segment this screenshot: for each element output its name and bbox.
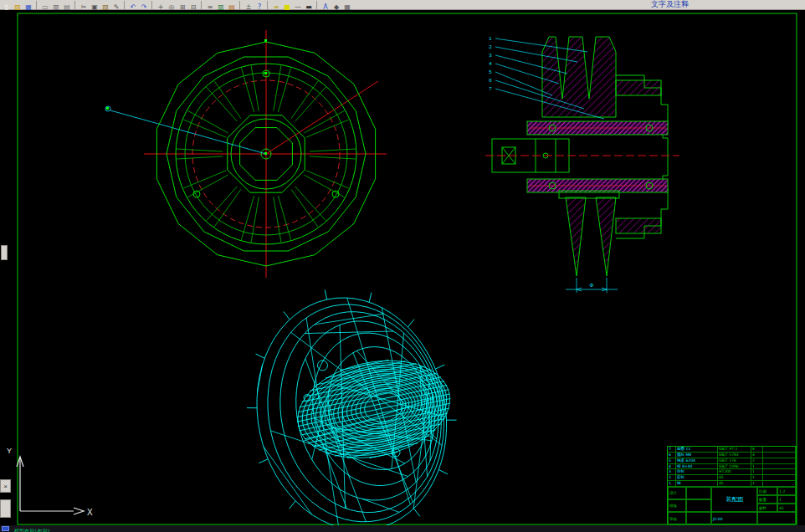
properties-icon[interactable]: ≡ (205, 3, 215, 12)
parts-list-cell: GB/T 276 (718, 458, 751, 464)
cut-icon[interactable]: ✂ (79, 3, 89, 12)
parts-list-cell: 2 (751, 458, 763, 464)
undo-icon[interactable]: ↶ (128, 3, 138, 12)
front-view-drawing (105, 30, 387, 278)
title-block-cell-scale_label: 比例 (757, 487, 777, 495)
toolbar-separator (74, 1, 77, 9)
linetype-icon[interactable]: — (293, 3, 303, 12)
parts-list-cell: 3 (668, 469, 676, 475)
parts-list-cell (763, 469, 796, 475)
parts-list-cell: 2 (668, 475, 676, 481)
pan-icon[interactable]: + (156, 3, 166, 12)
section-view-drawing: Φ 1234567 (485, 36, 679, 293)
parts-list-cell: 45 (718, 481, 751, 487)
balloon-number: 5 (489, 69, 492, 74)
title-block-cell-code: JS-00 (711, 512, 757, 525)
parts-list-cell: 螺栓 M8 (676, 453, 718, 458)
title-block-cell-checker: 校核 (668, 499, 686, 512)
close-icon[interactable]: × (0, 479, 11, 493)
title-block-cell-auditor: 审核 (668, 512, 686, 525)
ucs-x-arrowhead (74, 508, 84, 514)
lineweight-icon[interactable]: ▬ (304, 3, 314, 12)
help-icon[interactable]: ? (254, 3, 264, 12)
style-combo[interactable]: 文字及注释 (651, 0, 689, 9)
balloon-number: 3 (489, 53, 492, 58)
taskbar-strip: 模型布局1布局2 (0, 525, 805, 532)
toolbar-spacer (353, 4, 651, 5)
ucs-y-label: Y (7, 447, 12, 455)
parts-list-cell (763, 475, 796, 481)
flange-section (616, 75, 668, 238)
redo-icon[interactable]: ↷ (139, 3, 149, 12)
save-file-icon[interactable]: ▦ (23, 3, 33, 12)
title-block-cell-name: 装配图 (711, 487, 757, 512)
layer-color-icon[interactable]: ■ (282, 3, 292, 12)
grip-point[interactable] (106, 107, 109, 110)
parts-list-cell: 带轮 (676, 469, 718, 475)
start-button[interactable] (2, 526, 9, 531)
grip-point[interactable] (264, 39, 267, 42)
title-block-cell-qty_label: 数量 (757, 495, 777, 504)
toolbar-separator (267, 1, 269, 9)
centerline-diagonal (266, 81, 378, 154)
parts-list-cell: 键 8×40 (676, 464, 718, 470)
parts-list-cell: HT200 (718, 469, 751, 475)
parts-list-cell: 45 (718, 475, 751, 481)
parts-list-cell: 4 (751, 453, 763, 458)
parts-list-cell (763, 458, 796, 464)
title-block-fields: 设计校核审核装配图JS-00比例1:2数量1材料45 (668, 487, 796, 525)
grip-point[interactable] (264, 152, 267, 155)
parts-list-cell: 1 (751, 481, 763, 487)
tool-palettes-icon[interactable]: ▤ (227, 3, 237, 12)
designcenter-icon[interactable]: ▥ (216, 3, 226, 12)
publish-icon[interactable]: ▤ (62, 3, 72, 12)
parts-list-cell: 7 (668, 447, 676, 453)
title-block-cell (757, 512, 796, 525)
quickcalc-icon[interactable]: ± (244, 3, 254, 12)
parts-list-cell: 1 (668, 481, 676, 487)
zoom-window-icon[interactable]: ⊞ (177, 3, 187, 12)
zoom-previous-icon[interactable]: ⊟ (188, 3, 198, 12)
title-block-cell (686, 512, 711, 525)
pulley-bottom-tooth (596, 197, 616, 276)
balloon-number: 7 (489, 86, 492, 91)
paste-icon[interactable]: ▧ (100, 3, 110, 12)
dim-style-icon[interactable]: ◆ (331, 3, 341, 12)
copy-icon[interactable]: ▣ (90, 3, 100, 12)
plot-preview-icon[interactable]: ▥ (51, 3, 61, 12)
parts-list-cell: 1 (751, 469, 763, 475)
parts-list-cell (763, 453, 796, 458)
pulley-bottom-tooth (566, 197, 586, 276)
text-style-icon[interactable]: A (320, 3, 331, 12)
parts-list-cell: 星轮 (676, 475, 718, 481)
ucs-x-label: X (87, 508, 93, 517)
docked-toolbar-grip[interactable] (1, 245, 8, 260)
leader-line (110, 110, 266, 154)
layout-tab-0[interactable]: 模型 (14, 529, 24, 532)
balloon-number: 6 (489, 78, 492, 83)
grip-point[interactable] (264, 72, 267, 74)
open-file-icon[interactable]: ▨ (13, 3, 23, 12)
table-style-icon[interactable]: ▦ (342, 3, 352, 12)
plot-icon[interactable]: ▭ (40, 3, 50, 12)
toolbar-separator (201, 1, 203, 9)
match-properties-icon[interactable]: ✎ (111, 3, 121, 12)
command-panel-button[interactable] (0, 499, 11, 518)
title-block-cell-designer: 设计 (668, 487, 686, 499)
ucs-icon: X Y (7, 447, 93, 517)
parts-list-cell: 5 (668, 458, 676, 464)
parts-list: 7垫圈 12GB/T 97.186螺栓 M8GB/T 578345轴承 6204… (668, 447, 796, 487)
parts-list-cell: GB/T 1096 (718, 464, 751, 470)
flange-hatch-top (616, 80, 661, 95)
parts-list-cell: 6 (668, 453, 676, 458)
parts-list-cell (763, 447, 796, 453)
toolbar-separator (239, 1, 242, 9)
layout-tab-2[interactable]: 布局2 (37, 529, 49, 532)
parts-list-cell: GB/T 97.1 (718, 447, 751, 453)
standard-toolbar: ▯▨▦▭▥▤✂▣▧✎↶↷+◎⊞⊟≡▥▤±?≡■—▬A◆▦ 文字及注释 (0, 0, 805, 10)
parts-list-cell (763, 481, 796, 487)
layers-icon[interactable]: ≡ (271, 3, 281, 12)
new-file-icon[interactable]: ▯ (2, 3, 12, 12)
layout-tab-1[interactable]: 布局1 (24, 529, 37, 532)
zoom-realtime-icon[interactable]: ◎ (167, 3, 177, 12)
